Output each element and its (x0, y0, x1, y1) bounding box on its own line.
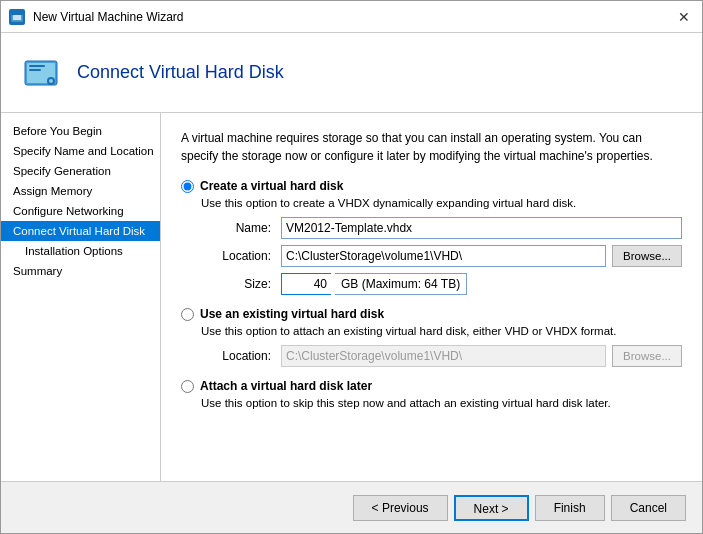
window-title: New Virtual Machine Wizard (33, 10, 674, 24)
existing-location-label: Location: (201, 349, 271, 363)
close-button[interactable]: ✕ (674, 7, 694, 27)
size-input[interactable] (281, 273, 331, 295)
create-new-description: Use this option to create a VHDX dynamic… (201, 197, 682, 209)
name-label: Name: (201, 221, 271, 235)
sidebar-item-summary[interactable]: Summary (1, 261, 160, 281)
sidebar-item-connect-vhd[interactable]: Connect Virtual Hard Disk (1, 221, 160, 241)
sidebar-item-specify-generation[interactable]: Specify Generation (1, 161, 160, 181)
previous-button[interactable]: < Previous (353, 495, 448, 521)
create-new-option: Create a virtual hard disk Use this opti… (181, 179, 682, 295)
svg-rect-2 (11, 13, 23, 15)
attach-later-radio-label[interactable]: Attach a virtual hard disk later (181, 379, 682, 393)
use-existing-description: Use this option to attach an existing vi… (201, 325, 682, 337)
finish-button[interactable]: Finish (535, 495, 605, 521)
svg-rect-8 (29, 69, 41, 71)
create-new-form: Name: Location: Browse... Size: GB (Maxi… (201, 217, 682, 295)
main-panel: A virtual machine requires storage so th… (161, 113, 702, 481)
svg-rect-1 (13, 15, 21, 20)
sidebar: Before You Begin Specify Name and Locati… (1, 113, 161, 481)
svg-rect-7 (29, 65, 45, 67)
sidebar-item-specify-name[interactable]: Specify Name and Location (1, 141, 160, 161)
attach-later-label: Attach a virtual hard disk later (200, 379, 372, 393)
size-row: Size: GB (Maximum: 64 TB) (201, 273, 682, 295)
cancel-button[interactable]: Cancel (611, 495, 686, 521)
size-control: GB (Maximum: 64 TB) (281, 273, 467, 295)
use-existing-radio-label[interactable]: Use an existing virtual hard disk (181, 307, 682, 321)
attach-later-option: Attach a virtual hard disk later Use thi… (181, 379, 682, 409)
attach-later-radio[interactable] (181, 380, 194, 393)
use-existing-form: Location: Browse... (201, 345, 682, 367)
size-unit: GB (Maximum: 64 TB) (335, 273, 467, 295)
content-area: Before You Begin Specify Name and Locati… (1, 113, 702, 481)
main-description: A virtual machine requires storage so th… (181, 129, 682, 165)
location-input[interactable] (281, 245, 606, 267)
create-new-radio[interactable] (181, 180, 194, 193)
create-new-radio-label[interactable]: Create a virtual hard disk (181, 179, 682, 193)
location-label: Location: (201, 249, 271, 263)
wizard-header: Connect Virtual Hard Disk (1, 33, 702, 113)
sidebar-item-assign-memory[interactable]: Assign Memory (1, 181, 160, 201)
use-existing-radio[interactable] (181, 308, 194, 321)
name-input[interactable] (281, 217, 682, 239)
sidebar-item-before-you-begin[interactable]: Before You Begin (1, 121, 160, 141)
window-icon (9, 9, 25, 25)
wizard-footer: < Previous Next > Finish Cancel (1, 481, 702, 533)
wizard-window: New Virtual Machine Wizard ✕ Connect Vir… (0, 0, 703, 534)
use-existing-option: Use an existing virtual hard disk Use th… (181, 307, 682, 367)
location-row: Location: Browse... (201, 245, 682, 267)
use-existing-label: Use an existing virtual hard disk (200, 307, 384, 321)
sidebar-item-installation-options[interactable]: Installation Options (1, 241, 160, 261)
create-new-label: Create a virtual hard disk (200, 179, 343, 193)
svg-point-6 (49, 79, 53, 83)
hd-icon (21, 53, 61, 93)
next-button[interactable]: Next > (454, 495, 529, 521)
existing-location-input[interactable] (281, 345, 606, 367)
page-title: Connect Virtual Hard Disk (77, 62, 284, 83)
browse-button[interactable]: Browse... (612, 245, 682, 267)
size-label: Size: (201, 277, 271, 291)
title-bar: New Virtual Machine Wizard ✕ (1, 1, 702, 33)
existing-browse-button[interactable]: Browse... (612, 345, 682, 367)
sidebar-item-configure-networking[interactable]: Configure Networking (1, 201, 160, 221)
existing-location-row: Location: Browse... (201, 345, 682, 367)
name-row: Name: (201, 217, 682, 239)
attach-later-description: Use this option to skip this step now an… (201, 397, 682, 409)
